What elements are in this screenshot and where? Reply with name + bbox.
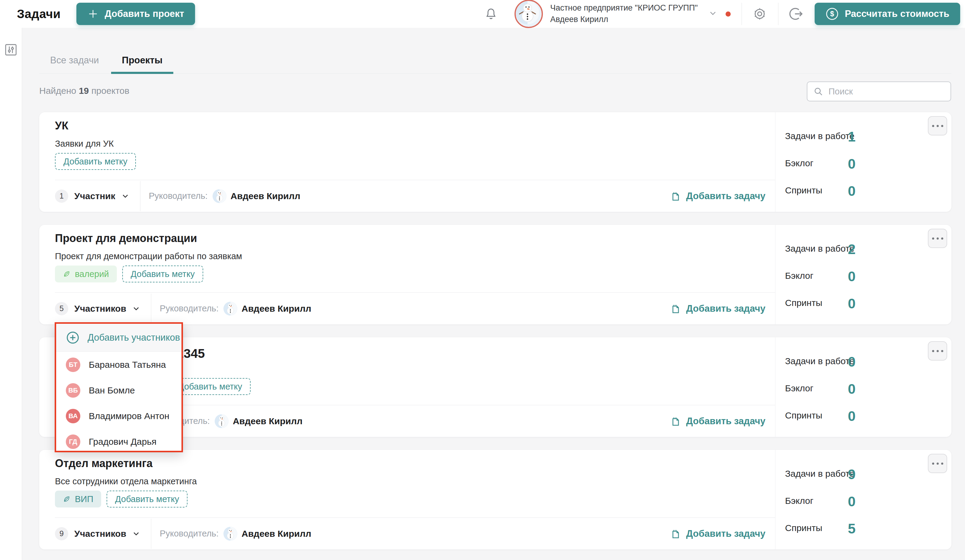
chevron-down-icon[interactable] (121, 192, 130, 201)
add-tag-chip[interactable]: Добавить метку (122, 266, 203, 282)
stat-label: Задачи в работе (785, 469, 854, 478)
member-name: Ван Бомле (89, 385, 135, 395)
member-list-item[interactable]: БТ Баранова Татьяна (56, 352, 182, 377)
member-name: Градович Дарья (89, 437, 156, 447)
add-task-button[interactable]: Добавить задачу (667, 190, 767, 202)
stat-label: Задачи в работе (785, 131, 854, 141)
header-right-cluster: Частное предприятие "КРИОС ГРУПП" Авдеев… (484, 0, 965, 28)
manager-name: Авдеев Кирилл (242, 529, 311, 539)
add-task-button[interactable]: Добавить задачу (667, 415, 767, 428)
stat-value: 0 (848, 156, 856, 172)
leaf-icon (63, 270, 71, 278)
project-title: Отдел маркетинга (55, 457, 152, 470)
status-dot (726, 11, 731, 16)
project-card: УК Заявки для УК Добавить метку 1 Участн… (39, 112, 952, 212)
stat-value: 1 (848, 129, 856, 145)
tab-all-tasks[interactable]: Все задачи (39, 48, 110, 73)
logout-icon[interactable] (789, 7, 804, 21)
member-list-item[interactable]: ВБ Ван Бомле (56, 377, 182, 403)
member-list-item[interactable]: ГД Градович Дарья (56, 429, 182, 454)
members-dropdown: Добавить участников БТ Баранова Татьяна … (55, 322, 183, 452)
stat-label: Спринты (785, 185, 822, 195)
member-avatar: ВА (66, 409, 80, 423)
stat-label: Спринты (785, 523, 822, 533)
stat-label: Задачи в работе (785, 243, 854, 253)
manager-label: Руководитель: (160, 529, 219, 539)
members-count-badge: 9 (55, 527, 68, 540)
tab-bar: Все задачи Проекты (39, 48, 952, 73)
manager-label: Руководитель: (160, 304, 219, 313)
member-avatar: ГД (66, 434, 80, 449)
manager-avatar (223, 527, 237, 541)
plus-icon (87, 8, 99, 20)
company-name: Частное предприятие "КРИОС ГРУПП" (550, 3, 698, 13)
members-count-badge: 5 (55, 302, 68, 315)
notifications-bell-icon[interactable] (484, 7, 497, 21)
stat-value: 0 (848, 493, 856, 509)
stat-label: Бэклог (785, 158, 813, 168)
left-sidebar (0, 28, 22, 560)
footer-divider (151, 294, 151, 324)
user-avatar[interactable] (515, 0, 543, 28)
chevron-down-icon[interactable] (132, 304, 141, 313)
account-switcher[interactable]: Частное предприятие "КРИОС ГРУПП" Авдеев… (550, 3, 698, 24)
results-count-number: 19 (79, 86, 89, 96)
main-content: Все задачи Проекты Найдено 19 проектов У… (22, 28, 965, 560)
stat-value: 0 (848, 183, 856, 199)
card-more-button[interactable] (928, 454, 947, 473)
manager-name: Авдеев Кирилл (242, 304, 311, 314)
chevron-down-icon[interactable] (708, 8, 718, 19)
add-project-button[interactable]: Добавить проект (76, 3, 195, 25)
stat-value: 0 (848, 268, 856, 284)
members-toggle-label[interactable]: Участников (74, 304, 126, 314)
card-more-button[interactable] (928, 341, 947, 361)
project-description: Заявки для УК (55, 139, 114, 149)
manager-name: Авдеев Кирилл (231, 191, 301, 201)
stat-value: 0 (848, 354, 856, 370)
search-icon (813, 87, 823, 96)
search-input[interactable] (828, 86, 944, 97)
search-box (807, 82, 951, 101)
card-more-button[interactable] (928, 229, 947, 248)
add-task-button[interactable]: Добавить задачу (667, 527, 767, 540)
project-card: Проект для демонстрации Проект для демон… (39, 225, 952, 324)
card-more-button[interactable] (928, 116, 947, 136)
settings-gear-icon[interactable] (752, 7, 767, 21)
project-tag[interactable]: валерий (55, 266, 117, 282)
project-tag[interactable]: ВИП (55, 491, 101, 508)
add-members-button[interactable]: Добавить участников (56, 324, 182, 352)
top-header: Задачи Добавить проект (0, 0, 965, 28)
project-description: Все сотрудники отдела маркетинга (55, 477, 197, 487)
dollar-circle-icon: $ (826, 7, 839, 21)
member-avatar: БТ (66, 358, 80, 372)
footer-divider (140, 181, 141, 211)
member-avatar: ВБ (66, 383, 80, 398)
member-name: Владимиров Антон (89, 411, 169, 421)
members-toggle-label[interactable]: Участник (74, 191, 115, 201)
stat-label: Задачи в работе (785, 356, 854, 366)
svg-text:$: $ (830, 10, 834, 18)
manager-avatar (223, 302, 237, 316)
leaf-icon (63, 495, 71, 503)
add-task-button[interactable]: Добавить задачу (667, 302, 767, 315)
manager-name: Авдеев Кирилл (233, 416, 303, 426)
add-tag-chip[interactable]: Добавить метку (106, 491, 188, 508)
add-project-label: Добавить проект (105, 8, 184, 19)
calculate-cost-button[interactable]: $ Рассчитать стоимость (815, 3, 960, 25)
user-name: Авдеев Кирилл (550, 15, 698, 24)
add-tag-chip[interactable]: Добавить метку (55, 153, 136, 170)
stat-value: 0 (848, 408, 856, 424)
filters-sliders-icon[interactable] (4, 43, 18, 57)
stat-label: Спринты (785, 410, 822, 420)
member-list-item[interactable]: ВА Владимиров Антон (56, 403, 182, 429)
project-title: Проект для демонстрации (55, 232, 197, 245)
tab-projects[interactable]: Проекты (111, 48, 173, 74)
stat-label: Бэклог (785, 383, 813, 393)
results-count: Найдено 19 проектов (39, 86, 129, 96)
members-toggle-label[interactable]: Участников (74, 529, 126, 539)
project-description: Проект для демонстрации работы по заявка… (55, 251, 242, 261)
footer-divider (151, 519, 151, 549)
page-title: Задачи (17, 7, 61, 21)
chevron-down-icon[interactable] (132, 529, 141, 538)
clipboard-icon (669, 415, 682, 427)
